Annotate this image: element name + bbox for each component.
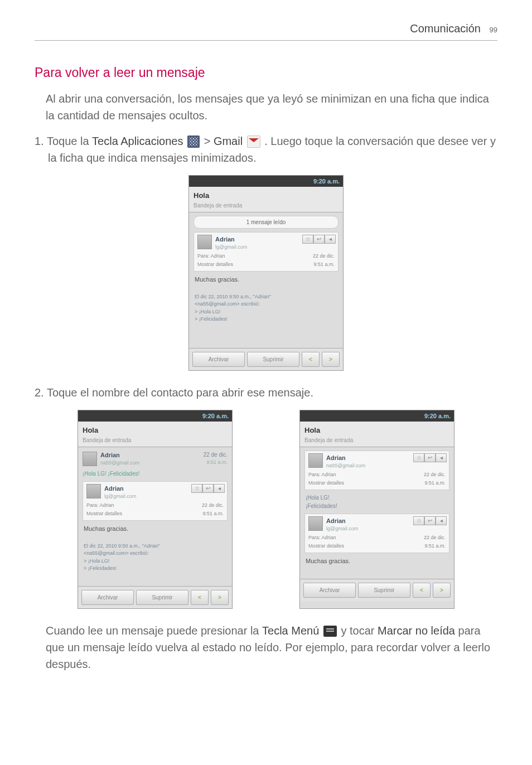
recipient-line: Para: Adrian (308, 534, 336, 542)
date-short: 22 de dic. (202, 502, 224, 510)
message-body: Muchas gracias. (306, 556, 448, 566)
mark-unread-label: Marcar no leída (378, 624, 455, 637)
status-time: 9:20 a.m. (313, 178, 340, 185)
gmail-icon (247, 135, 260, 148)
status-time: 9:20 a.m. (424, 413, 451, 419)
message-header-card[interactable]: Adrian na55@gmail.com ☆ ↩ ◂ Para: Adrian… (304, 451, 449, 490)
closing-mid: y tocar (341, 624, 378, 637)
section-title: Comunicación (410, 22, 481, 35)
message-header-card[interactable]: Adrian lg@gmail.com ☆ ↩ ◂ Para: Adrian 2… (83, 481, 228, 521)
body-q1: > ¡Hola LG! (195, 308, 337, 316)
more-icon[interactable]: ◂ (325, 235, 336, 244)
folder-label: Bandeja de entrada (83, 436, 228, 444)
message-actions: ☆ ↩ ◂ (302, 235, 336, 244)
folder-label: Bandeja de entrada (194, 201, 338, 210)
step-2: 2. Toque el nombre del contacto para abr… (35, 384, 497, 401)
prev-button[interactable]: < (413, 583, 431, 598)
star-icon[interactable]: ☆ (413, 453, 424, 462)
archive-button[interactable]: Archivar (303, 583, 356, 598)
show-details-link[interactable]: Mostrar detalles (308, 480, 344, 487)
step-text-pre: Toque la (47, 135, 92, 147)
reply-icon[interactable]: ↩ (202, 484, 214, 493)
body-first-line: Muchas gracias. (84, 524, 226, 534)
step-1: 1. Toque la Tecla Aplicaciones > Gmail .… (35, 133, 497, 166)
app-header: Hola Bandeja de entrada (300, 422, 454, 447)
app-header: Hola Bandeja de entrada (189, 187, 343, 212)
archive-button[interactable]: Archivar (81, 590, 134, 605)
sender-name: Adrian (100, 451, 200, 460)
status-bar: 9:20 a.m. (78, 410, 232, 422)
show-details-link[interactable]: Mostrar detalles (308, 543, 344, 550)
message-body: Muchas gracias. El dic 22, 2010 9:50 a.m… (84, 524, 226, 573)
step-text: Toque el nombre del contacto para abrir … (47, 386, 313, 399)
sender-email: na55@gmail.com (308, 462, 446, 470)
message-actions: ☆ ↩ ◂ (413, 453, 447, 462)
show-details-link[interactable]: Mostrar detalles (86, 510, 122, 518)
phone-screenshot-expanded-right: 9:20 a.m. Hola Bandeja de entrada Adrian… (299, 410, 454, 609)
avatar (86, 484, 101, 498)
body-from: <na55@gmail.com> escribió: (195, 301, 337, 308)
menu-key-icon (323, 626, 337, 637)
archive-button[interactable]: Archivar (192, 352, 245, 367)
more-icon[interactable]: ◂ (214, 484, 225, 493)
message-body: Muchas gracias. El dic 22, 2010 9:50 a.m… (195, 275, 337, 323)
body-meta: El dic 22, 2010 9:50 a.m., "Adrian" (195, 293, 337, 301)
avatar (308, 453, 323, 468)
sender-email: na55@gmail.com (100, 459, 200, 467)
reply-icon[interactable]: ↩ (424, 453, 436, 462)
next-button[interactable]: > (322, 352, 340, 367)
time-short: 9:51 a.m. (424, 480, 446, 487)
gmail-label: Gmail (214, 135, 243, 147)
reply-icon[interactable]: ↩ (424, 516, 436, 525)
more-icon[interactable]: ◂ (436, 516, 447, 525)
body-q2: > ¡Felicidades! (84, 565, 226, 573)
body-first-line: Muchas gracias. (195, 275, 337, 284)
avatar (83, 452, 97, 466)
prev-button[interactable]: < (302, 352, 320, 367)
collapsed-messages-pill[interactable]: 1 mensaje leído (194, 216, 338, 229)
star-icon[interactable]: ☆ (413, 516, 424, 525)
sender-email: lg@gmail.com (308, 525, 446, 533)
folder-label: Bandeja de entrada (304, 436, 449, 444)
step-number: 2. (35, 386, 44, 399)
bottom-toolbar: Archivar Suprimir < > (189, 348, 343, 370)
delete-button[interactable]: Suprimir (136, 590, 188, 605)
closing-paragraph: Cuando lee un mensaje puede presionar la… (46, 622, 497, 672)
closing-pre: Cuando lee un mensaje puede presionar la (46, 624, 262, 637)
star-icon[interactable]: ☆ (191, 484, 202, 493)
bottom-toolbar: Archivar Suprimir < > (300, 579, 454, 601)
apps-key-label: Tecla Aplicaciones (92, 135, 183, 147)
conversation-title: Hola (194, 190, 338, 201)
section-heading: Para volver a leer un mensaje (35, 63, 497, 83)
delete-button[interactable]: Suprimir (358, 583, 410, 598)
bottom-toolbar: Archivar Suprimir < > (78, 586, 232, 608)
message-header-card[interactable]: Adrian lg@gmail.com ☆ ↩ ◂ Para: Adrian 2… (194, 232, 338, 272)
next-button[interactable]: > (433, 583, 451, 598)
message-preview[interactable]: Adrian na55@gmail.com 22 de dic. 9:51 a.… (83, 451, 228, 467)
more-icon[interactable]: ◂ (436, 453, 447, 462)
prev-button[interactable]: < (191, 590, 209, 605)
show-details-link[interactable]: Mostrar detalles (197, 261, 233, 269)
gt-separator: > (204, 135, 214, 147)
recipient-line: Para: Adrian (197, 253, 225, 260)
apps-grid-icon (187, 135, 200, 148)
step-number: 1. (35, 135, 44, 147)
delete-button[interactable]: Suprimir (247, 352, 299, 367)
phone-screenshot-collapsed: 9:20 a.m. Hola Bandeja de entrada 1 mens… (188, 175, 344, 371)
preview-line-a: ¡Hola LG! (306, 493, 448, 502)
reply-icon[interactable]: ↩ (313, 235, 325, 244)
app-header: Hola Bandeja de entrada (78, 422, 232, 447)
sender-email: lg@gmail.com (86, 493, 224, 501)
body-q1: > ¡Hola LG! (84, 558, 226, 565)
next-button[interactable]: > (211, 590, 229, 605)
time-short: 9:51 a.m. (313, 261, 335, 269)
body-q2: > ¡Felicidades! (195, 316, 337, 323)
time-short: 9:51 a.m. (424, 543, 446, 550)
preview-lines: ¡Hola LG! ¡Felicidades! (306, 493, 448, 510)
screenshot-group-2: 9:20 a.m. Hola Bandeja de entrada Adrian… (35, 410, 497, 609)
time-short: 9:51 a.m. (202, 510, 224, 518)
recipient-line: Para: Adrian (86, 502, 114, 510)
star-icon[interactable]: ☆ (302, 235, 313, 244)
message-header-card[interactable]: Adrian lg@gmail.com ☆ ↩ ◂ Para: Adrian 2… (304, 514, 449, 553)
avatar (197, 235, 212, 249)
